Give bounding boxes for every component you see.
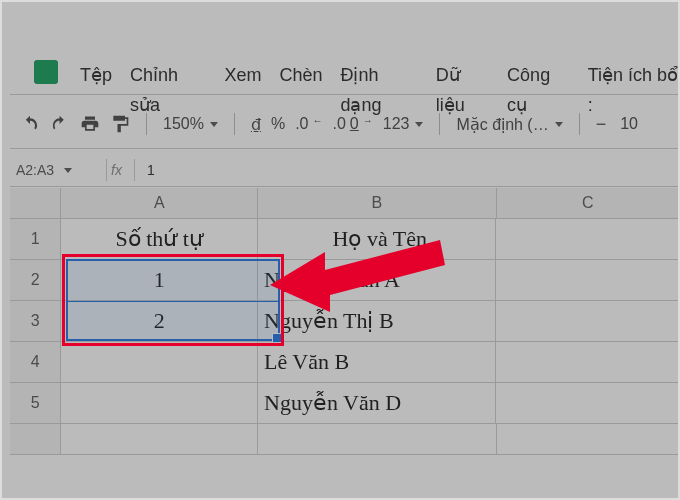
separator <box>10 94 680 95</box>
menu-data[interactable]: Dữ liệu <box>436 60 489 90</box>
menu-edit[interactable]: Chỉnh sửa <box>130 60 206 90</box>
row-header-3[interactable]: 3 <box>10 301 61 341</box>
cell-B1[interactable]: Họ và Tên <box>258 219 496 259</box>
menu-file[interactable]: Tệp <box>80 60 112 90</box>
cell-B6[interactable] <box>258 424 496 454</box>
font-family-select[interactable]: Mặc định (… <box>456 115 562 134</box>
menu-extensions[interactable]: Tiện ích bổ : <box>588 60 680 90</box>
row-header-6[interactable] <box>10 424 61 454</box>
column-header-B[interactable]: B <box>258 188 496 218</box>
increase-decimal-button[interactable]: .00→ <box>333 115 373 133</box>
menu-tools[interactable]: Công cụ <box>507 60 570 90</box>
cell-A3[interactable]: 2 <box>61 301 258 341</box>
chevron-down-icon <box>64 168 72 173</box>
separator <box>10 186 680 187</box>
cell-C2[interactable] <box>496 260 680 300</box>
cell-A1[interactable]: Số thứ tự <box>61 219 258 259</box>
chevron-down-icon <box>555 122 563 127</box>
font-size-input[interactable]: 10 <box>620 115 638 133</box>
font-size-decrease[interactable]: − <box>596 114 607 135</box>
cell-A4[interactable] <box>61 342 258 382</box>
menubar: Tệp Chỉnh sửa Xem Chèn Định dạng Dữ liệu… <box>80 60 680 90</box>
cell-C4[interactable] <box>496 342 680 382</box>
cell-C5[interactable] <box>496 383 680 423</box>
number-format-select[interactable]: 123 <box>383 115 424 133</box>
chevron-down-icon <box>415 122 423 127</box>
undo-icon[interactable] <box>20 114 40 134</box>
chevron-down-icon <box>210 122 218 127</box>
column-header-C[interactable]: C <box>497 188 680 218</box>
currency-button[interactable]: ₫ <box>251 115 261 134</box>
cell-C1[interactable] <box>496 219 680 259</box>
cell-C6[interactable] <box>497 424 680 454</box>
row-header-2[interactable]: 2 <box>10 260 61 300</box>
row-header-1[interactable]: 1 <box>10 219 61 259</box>
cell-A2[interactable]: 1 <box>61 260 258 300</box>
cell-B2[interactable]: Nguyễn Văn A <box>258 260 496 300</box>
toolbar: 150% ₫ % .0← .00→ 123 Mặc định (… − 10 + <box>20 104 680 144</box>
name-box[interactable]: A2:A3 <box>10 162 106 178</box>
formula-input[interactable]: 1 <box>147 162 155 178</box>
separator <box>10 148 680 149</box>
print-icon[interactable] <box>80 114 100 134</box>
decrease-decimal-button[interactable]: .0← <box>295 115 322 133</box>
name-box-value: A2:A3 <box>16 162 54 178</box>
formula-bar: A2:A3 fx 1 <box>10 154 680 186</box>
sheets-logo <box>34 60 58 84</box>
cell-C3[interactable] <box>496 301 680 341</box>
cell-B3[interactable]: Nguyễn Thị B <box>258 301 496 341</box>
menu-format[interactable]: Định dạng <box>340 60 417 90</box>
row-header-5[interactable]: 5 <box>10 383 61 423</box>
fx-label: fx <box>111 162 122 178</box>
cell-A6[interactable] <box>61 424 258 454</box>
spreadsheet-grid[interactable]: A B C 1 Số thứ tự Họ và Tên 2 1 Nguyễn V… <box>10 188 680 500</box>
zoom-select[interactable]: 150% <box>163 115 218 133</box>
cell-B5[interactable]: Nguyễn Văn D <box>258 383 496 423</box>
row-header-4[interactable]: 4 <box>10 342 61 382</box>
cell-B4[interactable]: Lê Văn B <box>258 342 496 382</box>
cell-A5[interactable] <box>61 383 258 423</box>
menu-insert[interactable]: Chèn <box>279 60 322 90</box>
paint-format-icon[interactable] <box>110 114 130 134</box>
menu-view[interactable]: Xem <box>224 60 261 90</box>
select-all-corner[interactable] <box>10 188 61 218</box>
percent-button[interactable]: % <box>271 115 285 133</box>
redo-icon[interactable] <box>50 114 70 134</box>
column-header-A[interactable]: A <box>61 188 258 218</box>
